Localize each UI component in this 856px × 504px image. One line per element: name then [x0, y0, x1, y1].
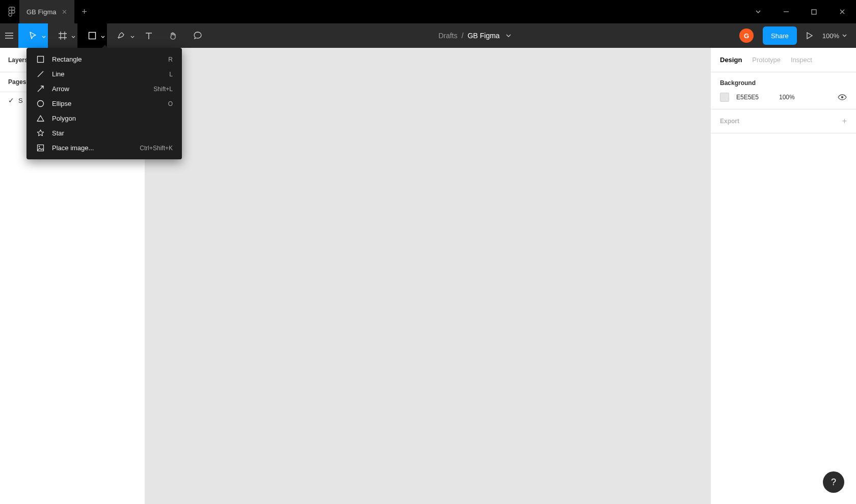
present-button[interactable]	[806, 32, 813, 40]
chevron-down-icon[interactable]	[744, 0, 772, 23]
svg-point-4	[841, 96, 844, 99]
window-close-button[interactable]	[828, 0, 856, 23]
close-tab-icon[interactable]: ✕	[62, 8, 67, 16]
dropdown-item-line[interactable]: Line L	[26, 67, 182, 81]
background-title: Background	[720, 79, 847, 87]
shape-tool-dropdown: Rectangle R Line L Arrow Shift+L Ellipse…	[26, 48, 182, 159]
image-icon	[36, 144, 45, 152]
pen-tool-button[interactable]	[107, 23, 137, 48]
star-icon	[36, 129, 45, 137]
polygon-icon	[36, 115, 45, 122]
add-export-icon[interactable]: +	[842, 117, 847, 126]
file-tab-label: GB Figma	[26, 8, 57, 16]
svg-rect-5	[37, 57, 43, 63]
export-section[interactable]: Export +	[711, 109, 856, 133]
inspect-tab[interactable]: Inspect	[791, 56, 812, 64]
visibility-toggle-icon[interactable]	[838, 94, 847, 101]
check-icon: ✓	[8, 96, 14, 104]
caret-down-icon	[101, 36, 105, 39]
dropdown-item-star[interactable]: Star	[26, 126, 182, 141]
page-label: S	[18, 97, 23, 104]
text-tool-button[interactable]	[137, 23, 161, 48]
rectangle-icon	[36, 55, 45, 63]
breadcrumb-folder: Drafts	[438, 32, 457, 40]
frame-tool-button[interactable]	[48, 23, 77, 48]
caret-down-icon	[71, 36, 75, 39]
window-minimize-button[interactable]	[772, 0, 800, 23]
prototype-tab[interactable]: Prototype	[752, 56, 781, 64]
dropdown-item-ellipse[interactable]: Ellipse O	[26, 96, 182, 111]
caret-down-icon	[42, 36, 46, 39]
ellipse-icon	[36, 100, 45, 107]
zoom-control[interactable]: 100%	[822, 32, 847, 40]
move-tool-button[interactable]	[18, 23, 48, 48]
background-opacity-input[interactable]: 100%	[779, 94, 831, 101]
svg-point-0	[12, 10, 15, 13]
user-avatar[interactable]: G	[739, 29, 754, 43]
chevron-down-icon[interactable]	[506, 34, 511, 38]
window-maximize-button[interactable]	[800, 0, 828, 23]
new-tab-button[interactable]: +	[74, 7, 95, 17]
title-bar: GB Figma ✕ +	[0, 0, 856, 23]
dropdown-item-polygon[interactable]: Polygon	[26, 111, 182, 126]
file-tab[interactable]: GB Figma ✕	[19, 0, 74, 23]
main-menu-button[interactable]	[0, 32, 18, 39]
background-swatch[interactable]	[720, 93, 729, 102]
svg-rect-8	[37, 145, 43, 151]
svg-point-7	[37, 101, 43, 107]
share-button[interactable]: Share	[763, 26, 797, 45]
design-tab[interactable]: Design	[720, 56, 742, 64]
hand-tool-button[interactable]	[161, 23, 185, 48]
background-section: Background E5E5E5 100%	[711, 72, 856, 109]
help-button[interactable]: ?	[823, 471, 844, 493]
arrow-icon	[36, 85, 45, 93]
svg-rect-3	[89, 33, 96, 39]
dropdown-item-place-image[interactable]: Place image... Ctrl+Shift+K	[26, 141, 182, 155]
export-title: Export	[720, 118, 739, 125]
svg-line-6	[38, 71, 43, 77]
line-icon	[36, 70, 45, 78]
breadcrumb-file: GB Figma	[468, 32, 500, 40]
layers-tab[interactable]: Layers	[8, 57, 28, 64]
breadcrumb[interactable]: Drafts / GB Figma	[210, 32, 739, 40]
right-panel: Design Prototype Inspect Background E5E5…	[710, 48, 856, 504]
dropdown-item-rectangle[interactable]: Rectangle R	[26, 52, 182, 67]
svg-point-9	[38, 146, 39, 147]
dropdown-item-arrow[interactable]: Arrow Shift+L	[26, 81, 182, 96]
svg-rect-2	[812, 10, 816, 14]
zoom-value: 100%	[822, 32, 839, 40]
shape-tool-button[interactable]	[77, 23, 107, 48]
background-hex-input[interactable]: E5E5E5	[736, 94, 772, 101]
canvas[interactable]	[145, 48, 710, 504]
toolbar: Drafts / GB Figma G Share 100%	[0, 23, 856, 48]
figma-logo-icon[interactable]	[4, 7, 19, 17]
breadcrumb-separator: /	[462, 32, 464, 40]
caret-down-icon	[130, 36, 135, 39]
comment-tool-button[interactable]	[185, 23, 210, 48]
